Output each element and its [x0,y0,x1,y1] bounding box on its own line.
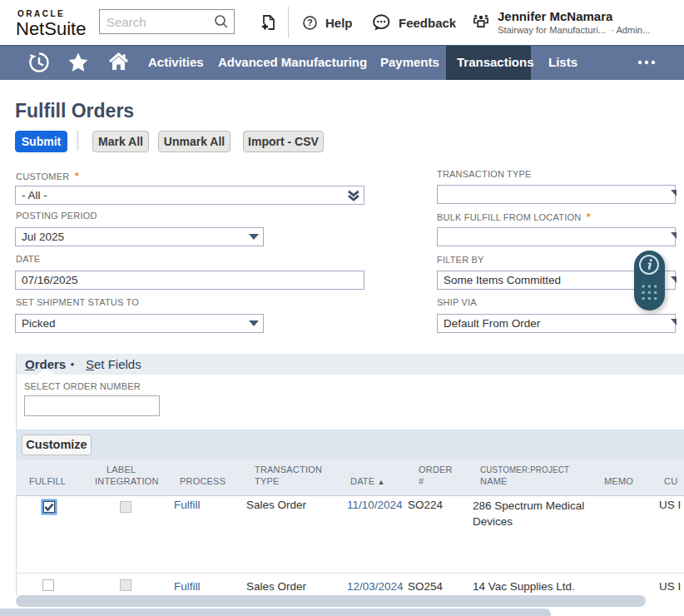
svg-text:?: ? [307,17,312,27]
